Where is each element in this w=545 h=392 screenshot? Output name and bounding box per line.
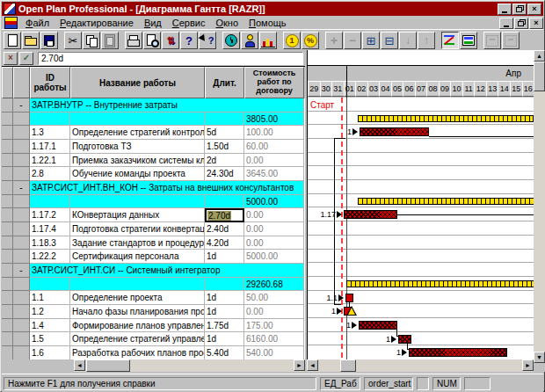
cell-name[interactable]: Определение стратегий контроля и отч [70, 126, 205, 140]
cell-id[interactable]: 1.2 [30, 305, 70, 319]
time-analysis-button[interactable] [222, 32, 240, 49]
open-folder-button[interactable] [22, 32, 40, 49]
gantt-task-bar[interactable] [398, 335, 411, 344]
cell-duration[interactable]: 1.75d [205, 319, 244, 333]
cell-name[interactable] [70, 278, 205, 292]
cell-id[interactable]: 1.5 [30, 332, 70, 346]
table-row[interactable]: 1.6Разработка рабочих планов проекта5.40… [2, 346, 305, 360]
context-help-button[interactable]: ? [199, 32, 216, 49]
move-up-button[interactable]: ↑ [418, 32, 435, 49]
cut-button[interactable]: ✂ [64, 32, 82, 49]
app-icon[interactable] [4, 3, 16, 15]
cell-name[interactable]: Сертификация персонала [70, 250, 205, 264]
table-row[interactable]: 1.17.4Подготовка стратегии конвертации2.… [2, 222, 305, 236]
print-preview-button[interactable] [143, 32, 161, 49]
save-button[interactable] [40, 32, 58, 49]
horizontal-scroll-thumb[interactable] [86, 359, 130, 372]
cell-edit-input[interactable] [38, 52, 303, 65]
cell-duration[interactable] [205, 195, 244, 209]
sort-arrows-button[interactable]: ⇅ [162, 32, 179, 49]
restore-button[interactable] [512, 4, 527, 15]
table-row[interactable]: 3805.00 [2, 113, 305, 127]
cell-duration[interactable]: 1d [205, 291, 244, 305]
cell-cost[interactable]: 0.00 [244, 305, 304, 319]
row-selector[interactable] [2, 346, 13, 360]
menu-item-help[interactable]: Помощь [243, 17, 292, 29]
cell-id[interactable] [30, 278, 70, 292]
cell-cost[interactable]: 50.00 [244, 291, 304, 305]
cell-cost[interactable]: 5000.00 [244, 195, 304, 209]
column-header-cost[interactable]: Стоимость работ по договору [244, 67, 304, 98]
row-selector[interactable] [2, 195, 13, 209]
link-mode-button[interactable] [441, 32, 459, 49]
help-button[interactable]: ? [180, 32, 198, 49]
table-row[interactable]: 1.1Определение проекта1d50.00 [2, 291, 305, 305]
collapse-toggle[interactable]: - [13, 181, 30, 195]
copy-button[interactable] [83, 32, 100, 49]
collapse-toggle[interactable]: - [13, 264, 30, 278]
histogram-button[interactable] [259, 32, 277, 49]
row-selector[interactable] [2, 140, 13, 154]
cell-cost[interactable]: 3645.00 [244, 167, 304, 181]
window-sub-button[interactable] [483, 32, 501, 49]
menu-item-file[interactable]: Файл [20, 17, 54, 29]
cell-cost[interactable]: 6160.00 [244, 332, 304, 346]
cell-name[interactable]: Начало фазы планирования проекта [70, 305, 205, 319]
table-row[interactable]: 5000.00 [2, 195, 305, 209]
cell-id[interactable] [30, 113, 70, 127]
cell-cost[interactable]: 0.00 [244, 154, 304, 168]
move-down-button[interactable]: ↓ [399, 32, 417, 49]
cell-cost[interactable]: 3805.00 [244, 113, 304, 127]
mdi-close-button[interactable]: × [529, 18, 543, 29]
table-row[interactable]: 29260.68 [2, 278, 305, 292]
collapse-button[interactable]: ⊟ [381, 32, 398, 49]
scroll-right-button[interactable]: ► [522, 359, 534, 371]
table-row[interactable]: 1.2Начало фазы планирования проекта1d0.0… [2, 305, 305, 319]
scroll-left-button[interactable]: ◄ [74, 359, 85, 371]
remove-button[interactable]: − [344, 32, 361, 49]
cell-cost[interactable]: 5000.00 [244, 250, 304, 264]
window-sub-button[interactable] [502, 32, 520, 49]
row-selector[interactable] [2, 208, 13, 222]
gantt-task-bar[interactable] [359, 321, 397, 330]
table-view-button[interactable] [460, 32, 477, 49]
cancel-edit-button[interactable]: × [4, 52, 18, 65]
row-selector[interactable] [2, 236, 13, 250]
cell-id[interactable]: 1.22.2 [30, 250, 70, 264]
scroll-left-button[interactable]: ◄ [307, 359, 318, 371]
cell-id[interactable]: 1.3 [30, 126, 70, 140]
row-selector[interactable] [2, 319, 13, 333]
table-row[interactable]: 1.3Определение стратегий контроля и отч5… [2, 126, 305, 140]
cell-duration[interactable]: 1d [205, 305, 244, 319]
new-document-button[interactable] [4, 32, 21, 49]
gantt-task-bar[interactable] [409, 348, 507, 357]
cell-name[interactable]: Обучение команды проекта [70, 167, 205, 181]
cell-id[interactable]: 2.8 [30, 167, 70, 181]
cell-id[interactable]: 1.17.1 [30, 140, 70, 154]
cell-id[interactable]: 1.17.4 [30, 222, 70, 236]
cell-name[interactable]: Разработка рабочих планов проекта [70, 346, 205, 360]
gantt-summary-bar[interactable] [358, 198, 534, 205]
table-row[interactable]: 1.5Определение стратегий управления р1d6… [2, 332, 305, 346]
cell-cost[interactable]: 100.00 [244, 126, 304, 140]
cell-name[interactable]: Определение проекта [70, 291, 205, 305]
cell-id[interactable]: 1.1 [30, 291, 70, 305]
cell-id[interactable] [30, 195, 70, 209]
mdi-restore-button[interactable] [514, 18, 528, 29]
row-selector[interactable] [2, 222, 13, 236]
cell-name[interactable]: КОнвертация данных [70, 208, 205, 222]
row-selector[interactable] [2, 278, 13, 292]
group-row[interactable]: -ЗАТР.ВНУТР -- Внутренние затраты [2, 98, 305, 113]
menu-item-tools[interactable]: Сервис [167, 17, 211, 29]
cell-duration[interactable]: 1d [205, 250, 244, 264]
gantt-task-bar[interactable] [345, 294, 353, 302]
cell-name[interactable]: Подготовка ТЗ [70, 140, 205, 154]
cell-cost[interactable]: 60.00 [244, 140, 304, 154]
cell-id[interactable]: 1.17.2 [30, 208, 70, 222]
vertical-scroll-thumb[interactable] [534, 62, 545, 91]
document-icon[interactable] [4, 17, 18, 29]
cell-name[interactable]: Определение стратегий управления р [70, 332, 205, 346]
gantt-vertical-scrollbar[interactable]: ▲ ▼ [534, 50, 545, 363]
cell-duration[interactable]: 4.20d [205, 236, 244, 250]
menu-item-window[interactable]: Окно [210, 17, 243, 29]
